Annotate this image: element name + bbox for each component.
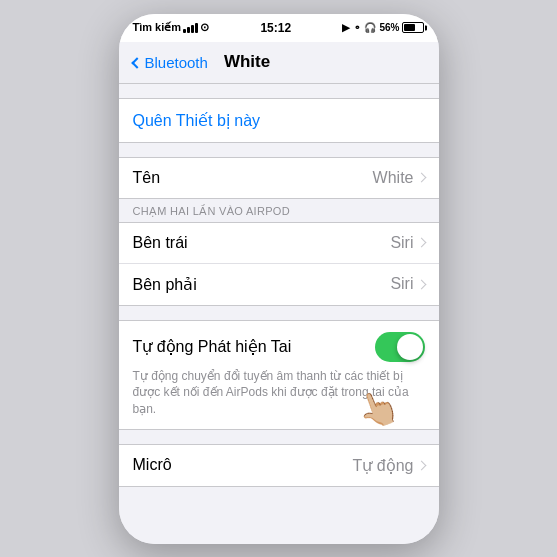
- back-button[interactable]: Bluetooth: [133, 54, 208, 71]
- left-value: Siri: [390, 234, 413, 252]
- toggle-track: [375, 332, 425, 362]
- auto-detect-description: Tự động chuyển đổi tuyến âm thanh từ các…: [133, 368, 425, 418]
- battery-pct: 56%: [379, 22, 399, 33]
- content-area: Quên Thiết bị này Tên White CHẠM HAI LẦN…: [119, 84, 439, 544]
- chevron-right-icon: [416, 279, 426, 289]
- name-row[interactable]: Tên White: [119, 158, 439, 198]
- right-value-container: Siri: [390, 275, 424, 293]
- right-row[interactable]: Bên phải Siri: [119, 264, 439, 305]
- mic-group: Micrô Tự động: [119, 444, 439, 487]
- mic-label: Micrô: [133, 456, 172, 474]
- forget-device-row[interactable]: Quên Thiết bị này: [119, 98, 439, 143]
- toggle-thumb: [397, 334, 423, 360]
- name-value-container: White: [373, 169, 425, 187]
- left-value-container: Siri: [390, 234, 424, 252]
- status-bar: Tìm kiếm ⊙ 15:12 ▶ ⚬ 🎧 56%: [119, 14, 439, 42]
- search-label: Tìm kiếm: [133, 21, 182, 34]
- wifi-icon: ⊙: [200, 21, 209, 34]
- chevron-right-icon: [416, 173, 426, 183]
- left-label: Bên trái: [133, 234, 188, 252]
- forget-device-label: Quên Thiết bị này: [133, 112, 261, 129]
- mic-value-container: Tự động: [353, 456, 425, 475]
- battery-icon: [402, 22, 424, 33]
- nav-bar: Bluetooth White: [119, 42, 439, 84]
- right-label: Bên phải: [133, 275, 197, 294]
- auto-detect-toggle[interactable]: [375, 332, 425, 362]
- status-left: Tìm kiếm ⊙: [133, 21, 210, 34]
- airpod-tap-group: Bên trái Siri Bên phải Siri: [119, 222, 439, 306]
- name-value: White: [373, 169, 414, 187]
- name-label: Tên: [133, 169, 161, 187]
- headphone-icon: 🎧: [364, 22, 376, 33]
- alarm-icon: ⚬: [353, 22, 361, 33]
- page-title: White: [224, 52, 270, 72]
- airpod-section-header: CHẠM HAI LẦN VÀO AIRPOD: [119, 199, 439, 222]
- chevron-right-icon: [416, 460, 426, 470]
- right-value: Siri: [390, 275, 413, 293]
- mic-row[interactable]: Micrô Tự động: [119, 445, 439, 486]
- back-label: Bluetooth: [145, 54, 208, 71]
- phone-frame: Tìm kiếm ⊙ 15:12 ▶ ⚬ 🎧 56% Bluetooth Whi: [119, 14, 439, 544]
- mic-value: Tự động: [353, 456, 414, 475]
- status-right: ▶ ⚬ 🎧 56%: [342, 22, 424, 33]
- screen-record-icon: ▶: [342, 22, 350, 33]
- signal-bars: [183, 23, 198, 33]
- name-group: Tên White: [119, 157, 439, 199]
- toggle-main: Tự động Phát hiện Tai: [133, 332, 425, 362]
- auto-detect-row: Tự động Phát hiện Tai Tự động chuyển đổi…: [119, 320, 439, 430]
- auto-detect-label: Tự động Phát hiện Tai: [133, 337, 292, 356]
- chevron-right-icon: [416, 238, 426, 248]
- chevron-left-icon: [131, 57, 142, 68]
- status-time: 15:12: [260, 21, 291, 35]
- left-row[interactable]: Bên trái Siri: [119, 223, 439, 264]
